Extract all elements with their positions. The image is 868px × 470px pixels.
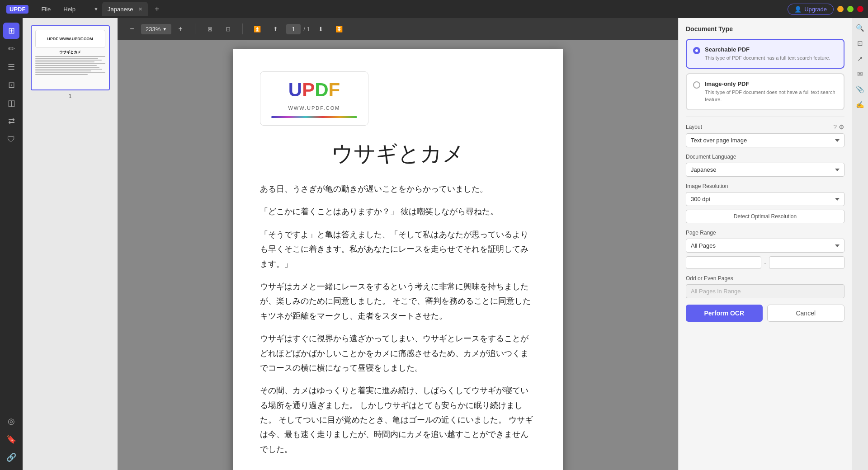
page-input-group: / 1 — [286, 24, 310, 34]
tab-close-button[interactable]: ✕ — [138, 6, 142, 12]
strip-rotate-icon[interactable]: ↗ — [854, 52, 867, 65]
pdf-area[interactable]: UPDF WWW.UPDF.COM ウサギとカメ ある日、うさぎが亀の動きが遅い… — [118, 40, 678, 470]
thumb-logo: UPDF WWW.UPDF.COM — [35, 30, 105, 48]
strip-watermark-icon[interactable]: 📎 — [854, 83, 867, 96]
upgrade-button[interactable]: 👤 Upgrade — [788, 4, 834, 15]
doc-language-group: Document Language Japanese — [686, 154, 844, 177]
odd-even-select[interactable]: All Pages in Range — [686, 284, 844, 298]
divider-1 — [686, 117, 844, 117]
perform-ocr-button[interactable]: Perform OCR — [686, 305, 763, 322]
image-resolution-label: Image Resolution — [686, 183, 844, 189]
zoom-display[interactable]: 233% ▼ — [141, 24, 171, 34]
strip-fit-icon[interactable]: ⊡ — [854, 37, 867, 50]
first-page-button[interactable]: ⏫ — [250, 22, 264, 36]
tab-label: Japanese — [108, 6, 133, 13]
maximize-button[interactable] — [847, 6, 854, 12]
sidebar-icon-protect[interactable]: 🛡 — [3, 131, 19, 147]
fit-width-button[interactable]: ⊠ — [203, 22, 217, 36]
upgrade-label: Upgrade — [804, 6, 827, 13]
thumbnail-page-1[interactable]: UPDF WWW.UPDF.COM ウサギとカメ — [31, 25, 110, 90]
right-strip: 🔍 ⊡ ↗ ✉ 📎 ✍ — [852, 18, 868, 470]
page-range-dash: - — [764, 259, 766, 266]
pdf-paragraph-3: ウサギはカメと一緒にレースをするという考えに非常に興味を持ちましたが、楽しみのた… — [260, 279, 536, 323]
zoom-in-button[interactable]: + — [173, 22, 188, 36]
menu-file[interactable]: File — [35, 0, 57, 18]
image-resolution-group: Image Resolution 300 dpi Detect Optimal … — [686, 183, 844, 223]
page-range-from[interactable] — [686, 256, 761, 269]
zoom-controls: − 233% ▼ + — [125, 22, 188, 36]
layout-select[interactable]: Text over page image — [686, 133, 844, 147]
new-tab-button[interactable]: + — [151, 3, 163, 15]
cancel-button[interactable]: Cancel — [767, 305, 845, 322]
zoom-value: 233% — [146, 26, 160, 33]
tab-japanese[interactable]: Japanese ✕ — [102, 2, 148, 16]
menu-bar: File Help — [35, 0, 82, 18]
thumbnail-panel: UPDF WWW.UPDF.COM ウサギとカメ 1 — [23, 18, 118, 470]
thumbnail-page-number: 1 — [69, 93, 72, 99]
strip-zoom-icon[interactable]: 🔍 — [854, 22, 867, 34]
sidebar-icon-home[interactable]: ⊞ — [3, 23, 19, 39]
thumb-title-text: ウサギとカメ — [35, 50, 105, 55]
doc-type-image-only-desc: This type of PDF document does not have … — [705, 89, 837, 103]
pdf-paragraph-5: その間、カメはゆっくりと着実に進み続け、しばらくしてウサギが寝ている場所を通り過… — [260, 383, 536, 456]
updf-logo: UPDF — [288, 79, 340, 101]
sidebar-icon-organize[interactable]: ◫ — [3, 95, 19, 111]
layout-settings-icon[interactable]: ⚙ — [839, 123, 844, 131]
app-body: ⊞ ✏ ☰ ⊡ ◫ ⇄ 🛡 ◎ 🔖 🔗 UPDF WWW.UPDF.COM ウサ… — [0, 18, 868, 470]
sidebar-icon-comment[interactable]: ☰ — [3, 59, 19, 75]
right-main: Document Type Searchable PDF This type o… — [679, 18, 852, 470]
left-sidebar: ⊞ ✏ ☰ ⊡ ◫ ⇄ 🛡 ◎ 🔖 🔗 — [0, 18, 23, 470]
layout-group: Layout ? ⚙ Text over page image — [686, 123, 844, 147]
sidebar-icon-pages[interactable]: ⊡ — [3, 77, 19, 93]
app-logo: UPDF — [0, 5, 35, 14]
doc-type-searchable-info: Searchable PDF This type of PDF document… — [705, 46, 830, 61]
page-number-input[interactable] — [286, 24, 301, 34]
action-buttons: Perform OCR Cancel — [686, 305, 844, 322]
doc-type-searchable-name: Searchable PDF — [705, 46, 830, 53]
doc-type-image-only[interactable]: Image-only PDF This type of PDF document… — [686, 73, 844, 110]
titlebar: UPDF File Help ▼ Japanese ✕ + 👤 Upgrade — [0, 0, 868, 18]
detect-resolution-button[interactable]: Detect Optimal Resolution — [686, 210, 844, 223]
prev-page-button[interactable]: ⬆ — [268, 22, 283, 36]
doc-type-searchable[interactable]: Searchable PDF This type of PDF document… — [686, 39, 844, 69]
logo-badge: UPDF — [6, 5, 28, 14]
layout-help-icon[interactable]: ? — [833, 123, 837, 131]
strip-signature-icon[interactable]: ✍ — [854, 99, 867, 111]
page-range-select[interactable]: All Pages — [686, 239, 844, 253]
minimize-button[interactable] — [837, 6, 844, 12]
toolbar: − 233% ▼ + ⊠ ⊡ ⏫ ⬆ / 1 ⬇ ⏬ — [118, 18, 678, 40]
thumbnail-image: UPDF WWW.UPDF.COM ウサギとカメ — [32, 26, 109, 89]
pdf-title: ウサギとカメ — [260, 139, 536, 168]
pdf-page: UPDF WWW.UPDF.COM ウサギとカメ ある日、うさぎが亀の動きが遅い… — [233, 49, 563, 470]
sidebar-icon-sign[interactable]: ◎ — [3, 413, 19, 429]
pdf-paragraph-2: 「そうですよ」と亀は答えました、「そして私はあなたが思っているよりも早くそこに着… — [260, 227, 536, 271]
doc-language-select[interactable]: Japanese — [686, 163, 844, 177]
main-area: − 233% ▼ + ⊠ ⊡ ⏫ ⬆ / 1 ⬇ ⏬ — [118, 18, 678, 470]
logo-d: D — [315, 79, 328, 101]
page-range-to[interactable] — [769, 256, 844, 269]
tab-dropdown-arrow[interactable]: ▼ — [94, 6, 99, 12]
right-panel: Document Type Searchable PDF This type o… — [678, 18, 868, 470]
window-controls — [837, 6, 863, 12]
close-button[interactable] — [857, 6, 863, 12]
page-range-inputs: - — [686, 256, 844, 269]
layout-label: Layout — [686, 124, 702, 130]
sidebar-icon-link[interactable]: 🔗 — [3, 449, 19, 465]
doc-language-label: Document Language — [686, 154, 844, 160]
menu-help[interactable]: Help — [57, 0, 82, 18]
page-range-group: Page Range All Pages - — [686, 230, 844, 269]
doc-type-searchable-desc: This type of PDF document has a full tex… — [705, 55, 830, 61]
last-page-button[interactable]: ⏬ — [332, 22, 346, 36]
image-resolution-select[interactable]: 300 dpi — [686, 192, 844, 206]
titlebar-right: 👤 Upgrade — [788, 4, 868, 15]
strip-crop-icon[interactable]: ✉ — [854, 68, 867, 80]
zoom-out-button[interactable]: − — [125, 22, 139, 36]
sidebar-icon-bookmark[interactable]: 🔖 — [3, 431, 19, 447]
fit-page-button[interactable]: ⊡ — [221, 22, 235, 36]
sidebar-icon-convert[interactable]: ⇄ — [3, 113, 19, 129]
next-page-button[interactable]: ⬇ — [314, 22, 328, 36]
page-total: / 1 — [303, 26, 310, 33]
sidebar-icon-edit[interactable]: ✏ — [3, 41, 19, 57]
doc-type-image-only-name: Image-only PDF — [705, 80, 837, 87]
separator-1 — [195, 24, 195, 34]
